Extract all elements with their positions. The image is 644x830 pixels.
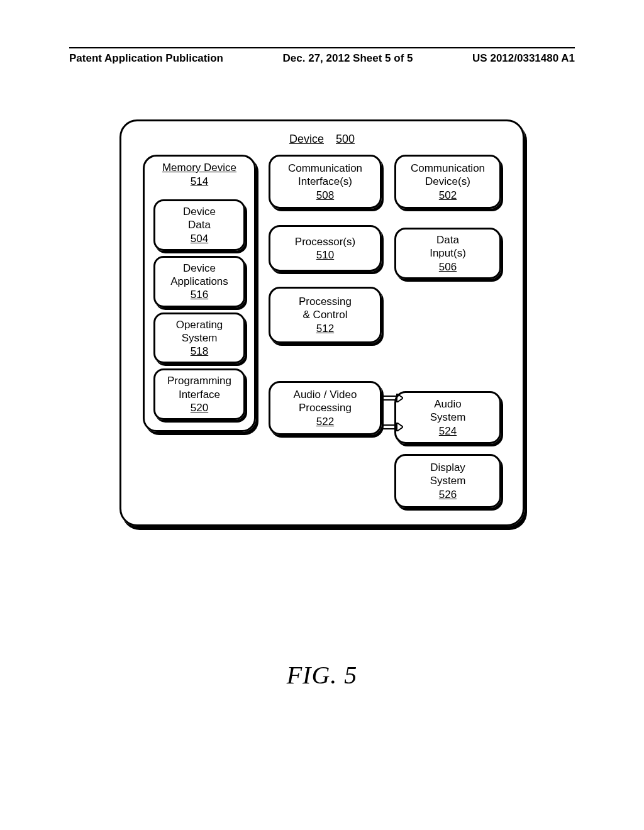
device-title: Device 500 <box>143 133 501 146</box>
processors-block: Processor(s) 510 <box>269 225 382 272</box>
header-right: US 2012/0331480 A1 <box>472 52 575 65</box>
memory-device-num: 514 <box>191 175 208 188</box>
figure-caption: FIG. 5 <box>0 660 644 690</box>
av-processing-block: Audio / Video Processing 522 <box>269 381 382 435</box>
processors-num: 510 <box>316 248 334 262</box>
audio-system-num: 524 <box>439 424 457 438</box>
os-num: 518 <box>158 345 241 358</box>
figure-caption-f: F <box>287 661 303 689</box>
display-system-label: Display System <box>430 461 466 488</box>
display-system-block: Display System 526 <box>394 454 501 508</box>
data-inputs-block: Data Input(s) 506 <box>394 228 501 279</box>
device-data-block: Device Data 504 <box>153 199 245 251</box>
header-rule <box>69 47 575 48</box>
os-label: Operating System <box>158 318 241 345</box>
col-left: Memory Device 514 Device Data 504 Device… <box>143 155 256 432</box>
comm-interfaces-label: Communication Interface(s) <box>288 162 362 189</box>
processing-control-num: 512 <box>316 322 334 335</box>
prog-if-label: Programming Interface <box>158 374 241 401</box>
header-center: Dec. 27, 2012 Sheet 5 of 5 <box>283 52 413 65</box>
processing-control-block: Processing & Control 512 <box>269 287 382 343</box>
comm-devices-num: 502 <box>439 189 457 202</box>
data-inputs-label: Data Input(s) <box>430 233 466 260</box>
display-system-num: 526 <box>439 488 457 501</box>
processing-control-label: Processing & Control <box>299 295 352 322</box>
av-processing-label: Audio / Video Processing <box>294 388 357 415</box>
header-left: Patent Application Publication <box>69 52 223 65</box>
audio-system-label: Audio System <box>430 397 466 424</box>
page: Patent Application Publication Dec. 27, … <box>0 0 644 830</box>
os-block: Operating System 518 <box>153 313 245 364</box>
comm-devices-label: Communication Device(s) <box>411 162 485 189</box>
figure-caption-rest: IG <box>303 661 330 689</box>
av-processing-num: 522 <box>316 415 334 428</box>
device-apps-block: Device Applications 516 <box>153 256 245 307</box>
device-title-label: Device <box>289 133 324 145</box>
device-title-num: 500 <box>336 133 355 145</box>
header-row: Patent Application Publication Dec. 27, … <box>69 52 575 65</box>
device-apps-label: Device Applications <box>158 262 241 289</box>
memory-device-block: Memory Device 514 Device Data 504 Device… <box>143 155 256 432</box>
audio-system-block: Audio System 524 <box>394 391 501 444</box>
device-data-label: Device Data <box>158 205 241 232</box>
comm-interfaces-num: 508 <box>316 189 334 202</box>
figure-wrap: Device 500 Memory Device 514 Device Data… <box>0 119 644 526</box>
memory-device-label: Memory Device <box>151 162 248 174</box>
processors-label: Processor(s) <box>295 235 355 248</box>
prog-if-block: Programming Interface 520 <box>153 368 245 420</box>
comm-interfaces-block: Communication Interface(s) 508 <box>269 155 382 209</box>
col-mid: Communication Interface(s) 508 Processor… <box>269 155 382 435</box>
columns: Memory Device 514 Device Data 504 Device… <box>143 155 501 508</box>
col-right: Communication Device(s) 502 Data Input(s… <box>394 155 501 508</box>
comm-devices-block: Communication Device(s) 502 <box>394 155 501 209</box>
data-inputs-num: 506 <box>439 260 457 274</box>
device-data-num: 504 <box>158 232 241 245</box>
prog-if-num: 520 <box>158 401 241 414</box>
device-apps-num: 516 <box>158 288 241 301</box>
figure-caption-num: . 5 <box>330 661 357 689</box>
device-outer-block: Device 500 Memory Device 514 Device Data… <box>119 119 525 526</box>
